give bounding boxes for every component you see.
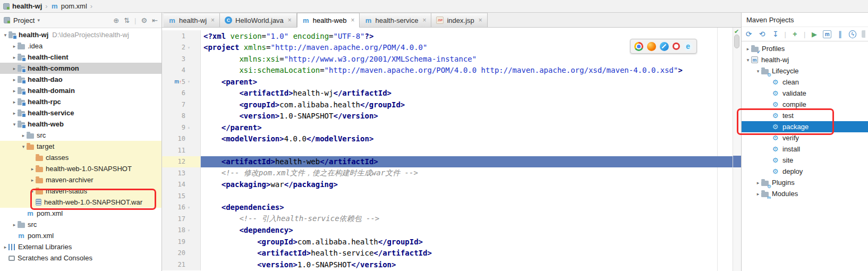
code-text[interactable]: <!-- 修改pom.xml文件，使之在构建时生成war文件 --> bbox=[201, 167, 741, 179]
code-text[interactable]: <version>1.0-SNAPSHOT</version> bbox=[201, 111, 741, 122]
tab-index-jsp[interactable]: JSPindex.jsp× bbox=[431, 13, 487, 27]
code-text[interactable]: <dependency> bbox=[201, 225, 741, 236]
chevron-right-icon[interactable]: ▸ bbox=[11, 222, 18, 227]
hide-panel-icon[interactable]: ⇤ bbox=[152, 16, 158, 24]
code-text[interactable]: <version>1.0-SNAPSHOT</version> bbox=[201, 259, 741, 270]
tree-item-scratches-and-consoles[interactable]: Scratches and Consoles bbox=[0, 252, 161, 264]
toggle-offline-mode-icon[interactable]: ϟ bbox=[849, 30, 856, 38]
chevron-down-icon[interactable]: ▾ bbox=[11, 122, 18, 127]
editor-scrollbar[interactable]: ✔ bbox=[733, 28, 741, 271]
code-line-17[interactable]: 17 <!-- 引入health-service依赖包 --> bbox=[162, 213, 741, 225]
maven-item-modules[interactable]: ▸Modules bbox=[742, 188, 868, 199]
chevron-down-icon[interactable]: ▾ bbox=[2, 32, 8, 38]
maven-item-plugins[interactable]: ▸Plugins bbox=[742, 177, 868, 188]
code-line-20[interactable]: 20 <artifactId>health-service</artifactI… bbox=[162, 248, 741, 259]
code-text[interactable] bbox=[201, 145, 741, 156]
tree-item-idea[interactable]: ▸.idea bbox=[0, 40, 161, 52]
chevron-right-icon[interactable]: ▸ bbox=[11, 99, 18, 105]
tree-item-health-rpc[interactable]: ▸health-rpc bbox=[0, 96, 161, 107]
chevron-right-icon[interactable]: ▸ bbox=[745, 46, 751, 52]
maven-item-install[interactable]: ⚙install bbox=[742, 143, 868, 155]
chevron-right-icon[interactable]: ▸ bbox=[755, 191, 761, 197]
code-line-9[interactable]: 9▵ </parent> bbox=[162, 122, 741, 133]
code-text[interactable]: <groupId>com.alibaba.health</groupId> bbox=[201, 236, 741, 248]
opera-icon[interactable] bbox=[673, 43, 680, 50]
reimport-all-maven-projects-icon[interactable]: ⟳ bbox=[744, 30, 753, 38]
tab-helloworld-java[interactable]: CHelloWorld.java× bbox=[220, 13, 297, 27]
code-line-6[interactable]: 6 <artifactId>health-wj</artifactId> bbox=[162, 88, 741, 99]
tree-item-pom-xml[interactable]: mpom.xml bbox=[0, 230, 161, 241]
close-icon[interactable]: × bbox=[479, 16, 482, 24]
firefox-icon[interactable] bbox=[647, 42, 656, 51]
tree-item-target[interactable]: ▾target bbox=[0, 141, 161, 152]
chevron-right-icon[interactable]: ▸ bbox=[29, 166, 36, 172]
tree-item-health-wj[interactable]: ▾health-wjD:\IdeaProjects\health-wj bbox=[0, 29, 161, 40]
editor-body[interactable]: 1<?xml version="1.0" encoding="UTF-8"?>2… bbox=[162, 28, 741, 271]
tree-item-health-domain[interactable]: ▸health-domain bbox=[0, 85, 161, 96]
chevron-right-icon[interactable]: ▸ bbox=[20, 133, 27, 138]
maven-item-health-wj[interactable]: ▾mhealth-wj bbox=[742, 54, 868, 65]
maven-item-lifecycle[interactable]: ▾Lifecycle bbox=[742, 65, 868, 77]
code-text[interactable]: <dependencies> bbox=[201, 202, 741, 214]
chevron-right-icon[interactable]: ▸ bbox=[755, 180, 761, 185]
scrollbar-thumb[interactable] bbox=[734, 35, 739, 48]
tree-item-src[interactable]: ▸src bbox=[0, 130, 161, 141]
tree-item-health-service[interactable]: ▸health-service bbox=[0, 107, 161, 118]
fold-marker-icon[interactable]: ▿ bbox=[188, 228, 190, 233]
code-line-18[interactable]: 18▿ <dependency> bbox=[162, 225, 741, 236]
tree-item-src[interactable]: ▸src bbox=[0, 219, 161, 230]
close-icon[interactable]: × bbox=[211, 16, 215, 24]
tree-item-health-dao[interactable]: ▸health-dao bbox=[0, 74, 161, 85]
execute-maven-goal-icon[interactable]: m bbox=[823, 30, 831, 38]
fold-marker-icon[interactable]: ▿ bbox=[188, 79, 190, 84]
clipped-toolbar-icon-icon[interactable] bbox=[862, 30, 865, 38]
toggle-skip-tests-icon[interactable]: ∥ bbox=[836, 30, 845, 38]
chrome-icon[interactable] bbox=[634, 42, 643, 51]
generate-sources-and-update-folders-icon[interactable]: ⟲ bbox=[758, 30, 767, 38]
close-icon[interactable]: × bbox=[288, 16, 292, 24]
tree-item-health-web[interactable]: ▾health-web bbox=[0, 118, 161, 130]
maven-item-validate[interactable]: ⚙validate bbox=[742, 88, 868, 99]
maven-item-clean[interactable]: ⚙clean bbox=[742, 77, 868, 88]
code-text[interactable]: <groupId>com.alibaba.health</groupId> bbox=[201, 99, 741, 111]
safari-icon[interactable] bbox=[660, 42, 669, 51]
fold-marker-icon[interactable]: ▵ bbox=[188, 125, 190, 130]
chevron-down-icon[interactable]: ▾ bbox=[37, 18, 40, 23]
chevron-right-icon[interactable]: ▸ bbox=[29, 177, 36, 183]
chevron-right-icon[interactable]: ▸ bbox=[11, 111, 18, 116]
code-text[interactable]: <packaging>war</packaging> bbox=[201, 179, 741, 191]
code-line-15[interactable]: 15 bbox=[162, 190, 741, 202]
code-line-11[interactable]: 11 bbox=[162, 145, 741, 156]
code-line-13[interactable]: 13 <!-- 修改pom.xml文件，使之在构建时生成war文件 --> bbox=[162, 167, 741, 179]
code-line-5[interactable]: m↑5▿ <parent> bbox=[162, 76, 741, 88]
chevron-down-icon[interactable]: ▾ bbox=[755, 69, 761, 74]
code-text[interactable]: xsi:schemaLocation="http://maven.apache.… bbox=[201, 65, 741, 77]
tree-item-maven-archiver[interactable]: ▸maven-archiver bbox=[0, 174, 161, 185]
code-text[interactable]: <artifactId>health-service</artifactId> bbox=[201, 248, 741, 259]
chevron-right-icon[interactable]: ▸ bbox=[11, 44, 18, 49]
add-maven-project-icon[interactable]: + bbox=[790, 30, 799, 38]
code-line-4[interactable]: 4 xsi:schemaLocation="http://maven.apach… bbox=[162, 65, 741, 77]
chevron-down-icon[interactable]: ▾ bbox=[20, 144, 27, 149]
run-maven-build-icon[interactable]: ▶ bbox=[810, 30, 819, 38]
chevron-right-icon[interactable]: ▸ bbox=[11, 55, 18, 60]
collapse-all-icon[interactable]: ⇅ bbox=[124, 16, 130, 24]
locate-icon[interactable]: ⊕ bbox=[113, 16, 119, 24]
tree-item-health-web-1-0-snapshot[interactable]: ▸health-web-1.0-SNAPSHOT bbox=[0, 163, 161, 174]
code-line-21[interactable]: 21 <version>1.0-SNAPSHOT</version> bbox=[162, 259, 741, 270]
code-line-19[interactable]: 19 <groupId>com.alibaba.health</groupId> bbox=[162, 236, 741, 248]
code-text[interactable]: xmlns:xsi="http://www.w3.org/2001/XMLSch… bbox=[201, 53, 741, 65]
code-line-12[interactable]: 12 <artifactId>health-web</artifactId> bbox=[162, 156, 741, 168]
tab-health-wj[interactable]: mhealth-wj× bbox=[164, 13, 220, 27]
chevron-right-icon[interactable]: ▸ bbox=[11, 77, 18, 82]
tree-item-health-common[interactable]: ▸health-common bbox=[0, 63, 161, 74]
download-sources-icon[interactable]: ↧ bbox=[771, 30, 780, 38]
code-line-14[interactable]: 14 <packaging>war</packaging> bbox=[162, 179, 741, 191]
code-line-7[interactable]: 7 <groupId>com.alibaba.health</groupId> bbox=[162, 99, 741, 111]
code-text[interactable]: </parent> bbox=[201, 122, 741, 133]
maven-item-site[interactable]: ⚙site bbox=[742, 155, 868, 166]
code-text[interactable]: <artifactId>health-wj</artifactId> bbox=[201, 88, 741, 99]
breadcrumb-item-pom-xml[interactable]: mpom.xml bbox=[50, 2, 88, 10]
tree-item-classes[interactable]: classes bbox=[0, 152, 161, 163]
tree-item-health-client[interactable]: ▸health-client bbox=[0, 52, 161, 63]
